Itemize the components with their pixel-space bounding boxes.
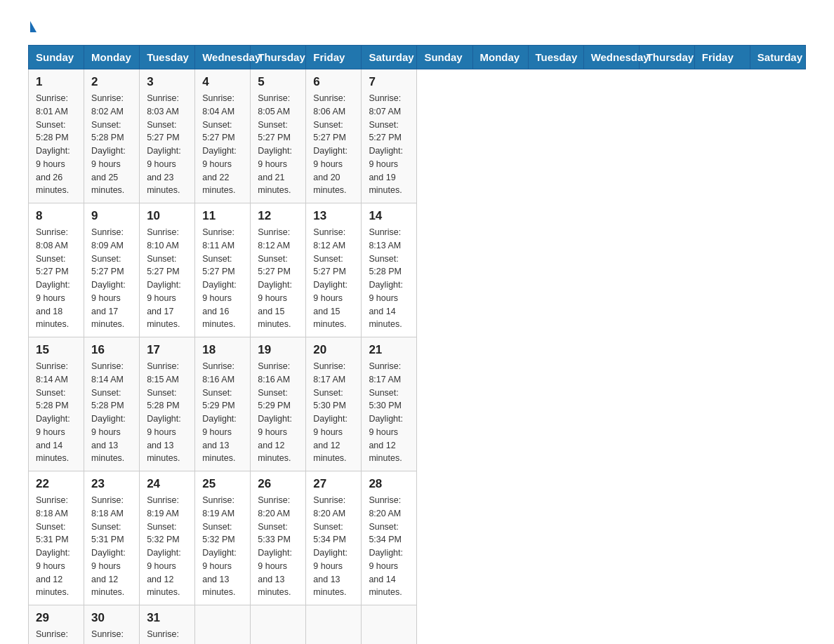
page-header (28, 21, 806, 31)
day-number: 27 (313, 477, 354, 491)
calendar-table: SundayMondayTuesdayWednesdayThursdayFrid… (28, 45, 806, 644)
day-number: 14 (369, 209, 409, 223)
day-info: Sunrise: 8:06 AMSunset: 5:27 PMDaylight:… (313, 92, 354, 197)
day-number: 28 (369, 477, 409, 491)
header-wednesday: Wednesday (195, 46, 251, 69)
day-info: Sunrise: 8:20 AMSunset: 5:34 PMDaylight:… (313, 494, 354, 599)
day-info: Sunrise: 8:19 AMSunset: 5:32 PMDaylight:… (147, 494, 187, 599)
day-number: 5 (258, 75, 298, 89)
calendar-cell: 2Sunrise: 8:02 AMSunset: 5:28 PMDaylight… (84, 69, 140, 203)
day-number: 4 (202, 75, 243, 89)
day-info: Sunrise: 8:07 AMSunset: 5:27 PMDaylight:… (369, 92, 409, 197)
calendar-cell (306, 605, 362, 645)
calendar-cell: 16Sunrise: 8:14 AMSunset: 5:28 PMDayligh… (84, 337, 140, 471)
weekday-header-wednesday: Wednesday (583, 46, 639, 69)
day-info: Sunrise: 8:18 AMSunset: 5:31 PMDaylight:… (91, 494, 132, 599)
calendar-cell: 21Sunrise: 8:17 AMSunset: 5:30 PMDayligh… (362, 337, 417, 471)
calendar-cell: 3Sunrise: 8:03 AMSunset: 5:27 PMDaylight… (140, 69, 195, 203)
weekday-header-thursday: Thursday (639, 46, 694, 69)
calendar-cell: 25Sunrise: 8:19 AMSunset: 5:32 PMDayligh… (195, 471, 251, 605)
weekday-header-monday: Monday (472, 46, 528, 69)
weekday-header-saturday: Saturday (750, 46, 805, 69)
calendar-cell: 22Sunrise: 8:18 AMSunset: 5:31 PMDayligh… (29, 471, 84, 605)
calendar-cell: 13Sunrise: 8:12 AMSunset: 5:27 PMDayligh… (306, 203, 362, 337)
weekday-header-sunday: Sunday (417, 46, 472, 69)
calendar-cell: 31Sunrise: 8:21 AMSunset: 5:37 PMDayligh… (140, 605, 195, 645)
day-number: 20 (313, 343, 354, 357)
day-info: Sunrise: 8:05 AMSunset: 5:27 PMDaylight:… (258, 92, 298, 197)
weekday-header-tuesday: Tuesday (528, 46, 583, 69)
day-info: Sunrise: 8:14 AMSunset: 5:28 PMDaylight:… (91, 360, 132, 465)
day-info: Sunrise: 8:17 AMSunset: 5:30 PMDaylight:… (369, 360, 409, 465)
header-friday: Friday (306, 46, 362, 69)
calendar-week-row: 22Sunrise: 8:18 AMSunset: 5:31 PMDayligh… (29, 471, 806, 605)
calendar-header-row: SundayMondayTuesdayWednesdayThursdayFrid… (29, 46, 806, 69)
calendar-cell: 18Sunrise: 8:16 AMSunset: 5:29 PMDayligh… (195, 337, 251, 471)
day-info: Sunrise: 8:04 AMSunset: 5:27 PMDaylight:… (202, 92, 243, 197)
day-info: Sunrise: 8:21 AMSunset: 5:37 PMDaylight:… (147, 628, 187, 644)
calendar-cell (362, 605, 417, 645)
day-info: Sunrise: 8:21 AMSunset: 5:36 PMDaylight:… (91, 628, 132, 644)
day-number: 10 (147, 209, 187, 223)
day-info: Sunrise: 8:10 AMSunset: 5:27 PMDaylight:… (147, 226, 187, 331)
header-sunday: Sunday (29, 46, 84, 69)
header-monday: Monday (84, 46, 140, 69)
calendar-cell: 6Sunrise: 8:06 AMSunset: 5:27 PMDaylight… (306, 69, 362, 203)
day-number: 21 (369, 343, 409, 357)
weekday-header-friday: Friday (694, 46, 750, 69)
day-number: 26 (258, 477, 298, 491)
calendar-week-row: 15Sunrise: 8:14 AMSunset: 5:28 PMDayligh… (29, 337, 806, 471)
day-info: Sunrise: 8:12 AMSunset: 5:27 PMDaylight:… (258, 226, 298, 331)
day-number: 19 (258, 343, 298, 357)
logo (28, 21, 37, 31)
calendar-week-row: 29Sunrise: 8:20 AMSunset: 5:35 PMDayligh… (29, 605, 806, 645)
calendar-cell: 4Sunrise: 8:04 AMSunset: 5:27 PMDaylight… (195, 69, 251, 203)
calendar-cell (251, 605, 306, 645)
calendar-cell: 5Sunrise: 8:05 AMSunset: 5:27 PMDaylight… (251, 69, 306, 203)
day-number: 23 (91, 477, 132, 491)
calendar-cell: 24Sunrise: 8:19 AMSunset: 5:32 PMDayligh… (140, 471, 195, 605)
day-number: 25 (202, 477, 243, 491)
header-saturday: Saturday (362, 46, 417, 69)
calendar-cell: 7Sunrise: 8:07 AMSunset: 5:27 PMDaylight… (362, 69, 417, 203)
day-number: 22 (36, 477, 77, 491)
day-number: 3 (147, 75, 187, 89)
calendar-cell: 11Sunrise: 8:11 AMSunset: 5:27 PMDayligh… (195, 203, 251, 337)
day-number: 16 (91, 343, 132, 357)
day-number: 6 (313, 75, 354, 89)
day-info: Sunrise: 8:20 AMSunset: 5:34 PMDaylight:… (369, 494, 409, 599)
day-info: Sunrise: 8:18 AMSunset: 5:31 PMDaylight:… (36, 494, 77, 599)
calendar-cell: 30Sunrise: 8:21 AMSunset: 5:36 PMDayligh… (84, 605, 140, 645)
day-info: Sunrise: 8:08 AMSunset: 5:27 PMDaylight:… (36, 226, 77, 331)
day-info: Sunrise: 8:12 AMSunset: 5:27 PMDaylight:… (313, 226, 354, 331)
calendar-cell: 28Sunrise: 8:20 AMSunset: 5:34 PMDayligh… (362, 471, 417, 605)
day-info: Sunrise: 8:15 AMSunset: 5:28 PMDaylight:… (147, 360, 187, 465)
day-number: 12 (258, 209, 298, 223)
day-number: 1 (36, 75, 77, 89)
calendar-cell: 12Sunrise: 8:12 AMSunset: 5:27 PMDayligh… (251, 203, 306, 337)
day-number: 18 (202, 343, 243, 357)
day-number: 30 (91, 611, 132, 625)
logo-line1 (28, 21, 37, 31)
calendar-cell: 19Sunrise: 8:16 AMSunset: 5:29 PMDayligh… (251, 337, 306, 471)
calendar-cell (195, 605, 251, 645)
calendar-cell: 29Sunrise: 8:20 AMSunset: 5:35 PMDayligh… (29, 605, 84, 645)
calendar-cell: 26Sunrise: 8:20 AMSunset: 5:33 PMDayligh… (251, 471, 306, 605)
day-info: Sunrise: 8:14 AMSunset: 5:28 PMDaylight:… (36, 360, 77, 465)
calendar-cell: 1Sunrise: 8:01 AMSunset: 5:28 PMDaylight… (29, 69, 84, 203)
header-tuesday: Tuesday (140, 46, 195, 69)
calendar-week-row: 8Sunrise: 8:08 AMSunset: 5:27 PMDaylight… (29, 203, 806, 337)
day-info: Sunrise: 8:16 AMSunset: 5:29 PMDaylight:… (202, 360, 243, 465)
day-info: Sunrise: 8:20 AMSunset: 5:33 PMDaylight:… (258, 494, 298, 599)
day-info: Sunrise: 8:01 AMSunset: 5:28 PMDaylight:… (36, 92, 77, 197)
calendar-cell: 20Sunrise: 8:17 AMSunset: 5:30 PMDayligh… (306, 337, 362, 471)
calendar-cell: 8Sunrise: 8:08 AMSunset: 5:27 PMDaylight… (29, 203, 84, 337)
day-number: 29 (36, 611, 77, 625)
calendar-cell: 10Sunrise: 8:10 AMSunset: 5:27 PMDayligh… (140, 203, 195, 337)
day-number: 13 (313, 209, 354, 223)
day-info: Sunrise: 8:17 AMSunset: 5:30 PMDaylight:… (313, 360, 354, 465)
day-info: Sunrise: 8:13 AMSunset: 5:28 PMDaylight:… (369, 226, 409, 331)
day-info: Sunrise: 8:16 AMSunset: 5:29 PMDaylight:… (258, 360, 298, 465)
calendar-cell: 9Sunrise: 8:09 AMSunset: 5:27 PMDaylight… (84, 203, 140, 337)
day-number: 15 (36, 343, 77, 357)
